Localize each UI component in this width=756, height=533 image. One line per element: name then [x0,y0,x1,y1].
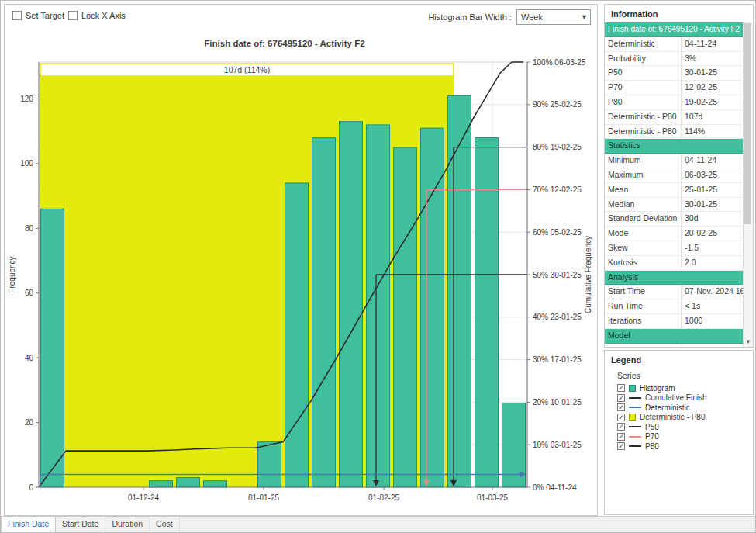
svg-text:90% 25-02-25: 90% 25-02-25 [533,100,582,109]
info-row-median: Median30-01-25 [605,198,744,213]
info-label: Probability [605,52,682,66]
info-value: 04-11-24 [682,37,744,51]
legend-checkbox[interactable]: ✓ [617,394,625,402]
legend-label: Deterministic - P80 [640,413,705,421]
info-row-standard-deviation: Standard Deviation30d [605,212,744,227]
svg-text:80% 19-02-25: 80% 19-02-25 [533,143,582,151]
legend-checkbox[interactable]: ✓ [617,403,625,411]
chart-toolbar: Set Target Lock X Axis Histogram Bar Wid… [5,5,597,28]
svg-text:Cumulative Frequency: Cumulative Frequency [584,236,592,313]
tab-start-date[interactable]: Start Date [56,517,105,532]
legend-checkbox[interactable]: ✓ [617,433,625,441]
svg-text:100: 100 [20,159,33,168]
info-label: Mode [605,227,682,241]
scroll-down-button[interactable]: ▼ [744,337,753,347]
legend-swatch-line [629,397,641,399]
tab-duration[interactable]: Duration [105,517,150,532]
info-label: Mean [605,183,682,197]
legend-item-deterministic-p80: ✓Deterministic - P80 [617,413,753,423]
legend-checkbox[interactable]: ✓ [617,384,625,392]
info-section-header: Statistics [605,139,744,154]
info-value: -1.5 [682,241,744,255]
legend-swatch-box [629,385,636,392]
info-value: 06-03-25 [682,168,744,182]
info-value: 12-02-25 [682,81,744,95]
legend-items: ✓Histogram✓Cumulative Finish✓Determinist… [617,383,753,452]
legend-swatch-line [629,426,641,427]
info-row-iterations: Iterations1000 [605,314,744,329]
info-row-kurtosis: Kurtosis2.0 [605,256,744,271]
svg-text:10% 03-01-25: 10% 03-01-25 [533,441,582,449]
info-label: Skew [605,241,682,255]
svg-text:01-12-24: 01-12-24 [128,493,159,502]
tab-finish-date[interactable]: Finish Date [1,517,56,532]
info-row-project: Project666666 [605,344,744,348]
legend-title: Legend [605,351,753,368]
info-scrollbar[interactable]: ▼ [743,22,753,347]
information-panel: Information Finish date of: 676495120 - … [604,4,754,348]
histogram-chart: 107d (114%)0204060801001200% 04-11-2410%… [6,56,595,512]
info-value: 04-11-24 [682,154,744,168]
legend-swatch-box [629,414,636,421]
info-row-mode: Mode20-02-25 [605,227,744,241]
legend-checkbox[interactable]: ✓ [617,442,625,450]
info-row-deterministic-p80: Deterministic - P80107d [605,110,744,125]
legend-checkbox[interactable]: ✓ [617,414,625,421]
info-section-header: Analysis [605,271,744,286]
info-value: 1000 [682,314,744,328]
info-label: Minimum [605,154,682,168]
info-label: Standard Deviation [605,212,682,226]
info-scrollbar-thumb[interactable] [744,23,751,224]
tab-cost[interactable]: Cost [150,517,180,532]
lock-x-axis-label: Lock X Axis [81,11,126,20]
info-label: Maximum [605,168,682,182]
legend-checkbox[interactable]: ✓ [617,423,625,431]
svg-text:30% 17-01-25: 30% 17-01-25 [533,355,582,364]
legend-swatch-line [629,436,641,438]
info-row-deterministic: Deterministic04-11-24 [605,37,744,52]
info-row-p80: P8019-02-25 [605,95,744,110]
bar-width-select[interactable]: Week ▼ [516,9,591,25]
legend-label: Deterministic [645,403,690,412]
legend-swatch-line [629,445,641,447]
legend-label: Cumulative Finish [645,393,706,402]
set-target-group: Set Target [12,11,64,20]
svg-text:40% 23-01-25: 40% 23-01-25 [533,313,582,321]
info-label: Deterministic [605,37,682,51]
info-label: Median [605,198,682,212]
tab-bar: Finish DateStart DateDurationCost [1,516,755,532]
legend-label: P50 [645,423,659,431]
info-label: Run Time [605,299,682,313]
chart-panel: Set Target Lock X Axis Histogram Bar Wid… [4,4,598,516]
legend-item-p50: ✓P50 [617,422,753,432]
info-label: P80 [605,95,682,109]
series-label: Series [617,371,753,380]
info-value: 20-02-25 [682,227,744,241]
svg-text:20% 10-01-25: 20% 10-01-25 [533,398,582,407]
information-title: Information [605,5,753,22]
info-row-skew: Skew-1.5 [605,241,744,256]
legend-item-p70: ✓P70 [617,432,753,442]
legend-item-p80: ✓P80 [617,441,753,452]
svg-text:70% 12-02-25: 70% 12-02-25 [533,185,582,194]
info-value: 30-01-25 [682,198,744,212]
set-target-checkbox[interactable] [12,11,22,20]
legend-swatch-line [629,407,641,408]
info-value: 30-01-25 [682,66,744,80]
info-row-run-time: Run Time< 1s [605,299,744,314]
svg-text:0: 0 [29,483,33,492]
lock-x-axis-checkbox[interactable] [68,11,78,20]
info-value: 3% [682,52,744,66]
info-row-mean: Mean25-01-25 [605,183,744,198]
info-value: 2.0 [682,256,744,270]
info-row-deterministic-p80: Deterministic - P80114% [605,125,744,140]
bar-width-group: Histogram Bar Width : Week ▼ [428,9,591,25]
legend-item-deterministic: ✓Deterministic [617,403,753,413]
svg-text:01-02-25: 01-02-25 [368,493,399,502]
legend-label: P80 [645,442,659,451]
svg-text:80: 80 [25,224,34,233]
info-row-start-time: Start Time07-Nov.-2024 16:08 [605,285,744,299]
info-label: Start Time [605,285,682,299]
set-target-label: Set Target [26,11,64,20]
info-row-maximum: Maximum06-03-25 [605,168,744,183]
